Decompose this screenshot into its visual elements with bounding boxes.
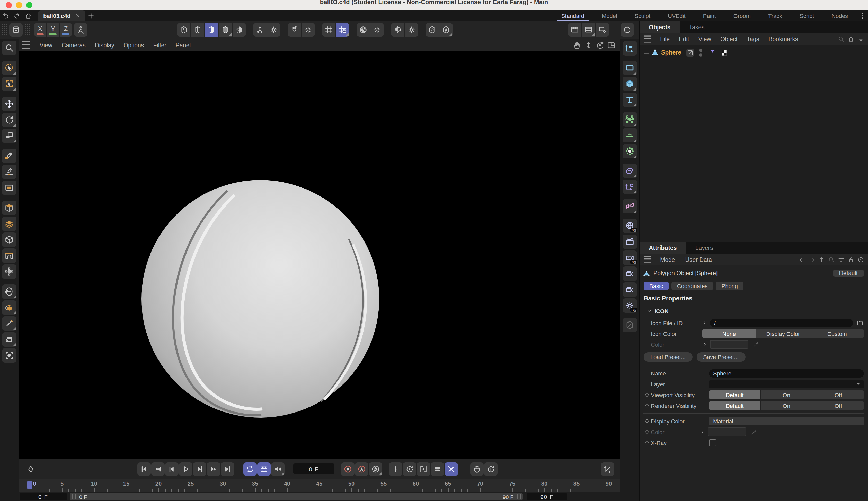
icon-file-input[interactable]: /: [710, 319, 853, 327]
subdivision-surface-generator-icon[interactable]: [622, 112, 637, 127]
bend-deformer-icon[interactable]: [622, 163, 637, 178]
array-generator-icon[interactable]: [2, 300, 17, 315]
loop-playback-button-icon[interactable]: [243, 462, 257, 476]
axis-modification-icon[interactable]: [253, 23, 266, 36]
record-position-icon[interactable]: [389, 462, 402, 476]
axis-mode-icon[interactable]: [74, 23, 87, 36]
spline-pen-icon[interactable]: [2, 149, 17, 163]
auto-mode-icon[interactable]: [440, 23, 453, 36]
timeline-ruler[interactable]: 051015202530354045505560657075808590: [19, 479, 620, 492]
spline-pen-object-icon[interactable]: [622, 41, 637, 55]
tab-objects[interactable]: Objects: [639, 21, 680, 33]
home-icon[interactable]: [847, 35, 855, 42]
xray-checkbox[interactable]: [709, 439, 716, 446]
snap-settings-icon[interactable]: [301, 23, 315, 36]
material-placeholder-icon[interactable]: [622, 318, 637, 332]
user-data-menu[interactable]: User Data: [681, 256, 717, 263]
viewport-menu-cameras[interactable]: Cameras: [57, 42, 90, 48]
axis-settings-icon[interactable]: [267, 23, 280, 36]
lock-icon[interactable]: [847, 256, 855, 263]
mode-menu[interactable]: Mode: [656, 256, 680, 263]
range-start-field[interactable]: 0 F: [20, 493, 67, 501]
ffd-cage-icon[interactable]: [2, 264, 17, 279]
tab-coordinates[interactable]: Coordinates: [671, 282, 713, 290]
object-row-sphere[interactable]: Sphere: [639, 47, 868, 57]
points-mode-icon[interactable]: [177, 23, 190, 36]
motion-camera-icon[interactable]: [622, 266, 637, 281]
stage-object-icon[interactable]: [622, 235, 637, 249]
model-mode-icon[interactable]: [219, 23, 232, 36]
save-preset-button[interactable]: Save Preset...: [696, 352, 745, 362]
history-forward-icon[interactable]: [808, 256, 816, 263]
edges-mode-icon[interactable]: [191, 23, 204, 36]
previous-key-button-icon[interactable]: [151, 462, 165, 476]
cube-primitive-icon[interactable]: [622, 77, 637, 91]
effector-icon[interactable]: [622, 144, 637, 158]
range-end-field[interactable]: 90 F: [527, 493, 567, 501]
axis-lock-y-button[interactable]: Y: [47, 23, 59, 36]
viewport-visibility-default[interactable]: Default: [709, 391, 760, 399]
axis-lock-x-button[interactable]: X: [34, 23, 46, 36]
live-selection-icon[interactable]: [2, 61, 17, 75]
preview-range-button-icon[interactable]: [257, 462, 271, 476]
attribute-menu-icon[interactable]: [644, 256, 650, 263]
tweak-mode-icon[interactable]: [233, 23, 246, 36]
record-scale-icon[interactable]: [417, 462, 430, 476]
keyframe-diamond-icon[interactable]: [644, 392, 649, 398]
layout-tab-track[interactable]: Track: [760, 10, 791, 21]
renderer-visibility-on[interactable]: On: [761, 401, 812, 410]
camera-focus-icon[interactable]: [2, 348, 17, 363]
layout-tab-sculpt[interactable]: Sculpt: [626, 10, 659, 21]
spline-arch-icon[interactable]: [2, 248, 17, 263]
volume-builder-icon[interactable]: [2, 285, 17, 299]
layout-tab-uvedit[interactable]: UVEdit: [659, 10, 694, 21]
renderer-visibility-off[interactable]: Off: [813, 401, 864, 410]
falloff-rings-icon[interactable]: [357, 23, 370, 36]
record-rotation-icon[interactable]: [403, 462, 416, 476]
preset-default-button[interactable]: Default: [833, 269, 864, 277]
range-right-grip[interactable]: [516, 494, 521, 499]
keyframe-selection-icon[interactable]: [24, 462, 38, 476]
chevron-right-icon[interactable]: [702, 320, 707, 325]
light-object-icon[interactable]: ST: [622, 298, 637, 313]
collapse-icon[interactable]: [647, 309, 652, 314]
renderer-visibility-default[interactable]: Default: [709, 401, 760, 410]
goto-end-button-icon[interactable]: [221, 462, 234, 476]
record-pla-icon[interactable]: [445, 462, 458, 476]
undo-button[interactable]: [0, 10, 11, 21]
keyframe-diamond-icon[interactable]: [644, 440, 649, 446]
display-color-dropdown[interactable]: Material: [709, 417, 864, 425]
crane-camera-icon[interactable]: [622, 283, 637, 297]
viewport-canvas[interactable]: [19, 51, 620, 459]
enable-snap-icon[interactable]: [288, 23, 301, 36]
search-icon[interactable]: [838, 35, 845, 42]
sketch-spline-icon[interactable]: [2, 164, 17, 179]
tab-takes[interactable]: Takes: [680, 21, 714, 33]
falloff-settings-icon[interactable]: [370, 23, 384, 36]
object-menu-tags[interactable]: Tags: [742, 36, 764, 42]
phong-tag-icon[interactable]: [709, 49, 717, 56]
tab-phong[interactable]: Phong: [716, 282, 743, 290]
search-icon[interactable]: [828, 256, 835, 263]
viewport-menu-filter[interactable]: Filter: [148, 42, 171, 48]
render-view-icon[interactable]: [568, 23, 581, 36]
goto-start-button-icon[interactable]: [137, 462, 151, 476]
object-tree[interactable]: Sphere: [639, 45, 868, 242]
subdivision-surface-icon[interactable]: [2, 201, 17, 215]
tab-basic[interactable]: Basic: [644, 282, 669, 290]
extrude-generator-icon[interactable]: [2, 216, 17, 231]
play-button-icon[interactable]: [179, 462, 192, 476]
keyframe-diamond-icon[interactable]: [644, 418, 649, 424]
object-menu-file[interactable]: File: [656, 36, 674, 42]
pan-view-icon[interactable]: [573, 40, 582, 50]
polygons-mode-icon[interactable]: [205, 23, 218, 36]
track-object-icon[interactable]: [857, 256, 865, 263]
render-to-picture-viewer-icon[interactable]: [582, 23, 595, 36]
tennis-ball-model[interactable]: [141, 180, 380, 418]
new-tab-button[interactable]: [85, 10, 97, 21]
rectangle-selection-icon[interactable]: [2, 77, 17, 91]
icon-color-display[interactable]: Display Color: [756, 329, 810, 338]
layout-tab-script[interactable]: Script: [791, 10, 823, 21]
texture-tag-icon[interactable]: [720, 49, 728, 56]
axis-lock-z-button[interactable]: Z: [60, 23, 72, 36]
